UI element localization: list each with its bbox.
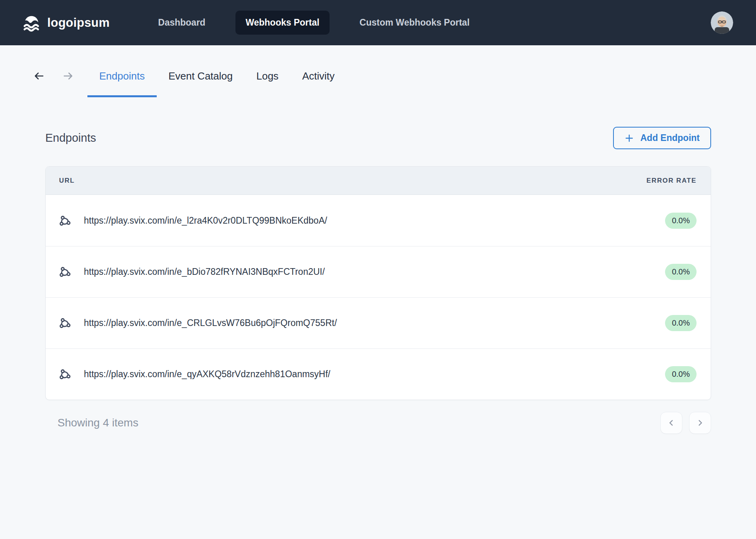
user-avatar[interactable] (711, 11, 733, 34)
plus-icon (624, 133, 634, 143)
error-rate-badge: 0.0% (665, 264, 697, 280)
primary-nav: Dashboard Webhooks Portal Custom Webhook… (148, 11, 480, 35)
page-title: Endpoints (45, 132, 96, 144)
error-rate-badge: 0.0% (665, 366, 697, 382)
webhook-icon (59, 317, 71, 329)
table-row[interactable]: https://play.svix.com/in/e_qyAXKQ58rVdzn… (46, 348, 711, 400)
back-arrow-button[interactable] (32, 69, 46, 83)
add-endpoint-label: Add Endpoint (640, 133, 700, 143)
forward-arrow-button[interactable] (61, 69, 75, 83)
forward-arrow-icon (62, 70, 74, 82)
chevron-left-icon (667, 419, 676, 427)
endpoints-table-card: URL ERROR RATE https://play.svix.com/in/… (45, 166, 711, 400)
error-rate-badge: 0.0% (665, 213, 697, 229)
brand-name: logoipsum (47, 16, 110, 30)
webhook-icon (59, 215, 71, 227)
top-navbar: logoipsum Dashboard Webhooks Portal Cust… (0, 0, 756, 45)
brand[interactable]: logoipsum (22, 13, 110, 33)
column-header-error-rate: ERROR RATE (647, 177, 697, 185)
nav-item-dashboard[interactable]: Dashboard (148, 11, 216, 35)
previous-page-button[interactable] (660, 412, 682, 434)
endpoint-url: https://play.svix.com/in/e_CRLGLvsW76Bu6… (84, 318, 337, 328)
error-rate-badge: 0.0% (665, 315, 697, 331)
tab-logs[interactable]: Logs (245, 67, 290, 97)
chevron-right-icon (696, 419, 704, 427)
main-content: Endpoints Add Endpoint URL ERROR RATE ht… (0, 127, 756, 450)
back-arrow-icon (33, 70, 45, 82)
table-row[interactable]: https://play.svix.com/in/e_CRLGLvsW76Bu6… (46, 297, 711, 348)
nav-item-custom-webhooks-portal[interactable]: Custom Webhooks Portal (349, 11, 480, 35)
tab-endpoints[interactable]: Endpoints (87, 67, 157, 97)
avatar-image (711, 11, 733, 34)
table-row[interactable]: https://play.svix.com/in/e_l2ra4K0v2r0DL… (46, 195, 711, 246)
tabs: Endpoints Event Catalog Logs Activity (87, 67, 346, 97)
endpoint-url: https://play.svix.com/in/e_qyAXKQ58rVdzn… (84, 369, 330, 380)
table-body: https://play.svix.com/in/e_l2ra4K0v2r0DL… (46, 195, 711, 400)
portal-tab-bar: Endpoints Event Catalog Logs Activity (0, 45, 756, 97)
add-endpoint-button[interactable]: Add Endpoint (613, 127, 711, 149)
table-header-row: URL ERROR RATE (46, 167, 711, 195)
next-page-button[interactable] (689, 412, 711, 434)
webhook-icon (59, 368, 71, 380)
tab-activity[interactable]: Activity (290, 67, 346, 97)
endpoint-url: https://play.svix.com/in/e_bDio782fRYNAI… (84, 267, 325, 277)
content-header: Endpoints Add Endpoint (45, 127, 711, 149)
column-header-url: URL (59, 177, 75, 185)
logoipsum-icon (22, 13, 41, 33)
items-count-summary: Showing 4 items (45, 417, 138, 429)
list-footer: Showing 4 items (45, 412, 711, 450)
table-row[interactable]: https://play.svix.com/in/e_bDio782fRYNAI… (46, 246, 711, 297)
tab-event-catalog[interactable]: Event Catalog (157, 67, 245, 97)
endpoint-url: https://play.svix.com/in/e_l2ra4K0v2r0DL… (84, 215, 327, 226)
webhook-icon (59, 266, 71, 278)
nav-item-webhooks-portal[interactable]: Webhooks Portal (235, 11, 330, 35)
pagination (660, 412, 711, 434)
